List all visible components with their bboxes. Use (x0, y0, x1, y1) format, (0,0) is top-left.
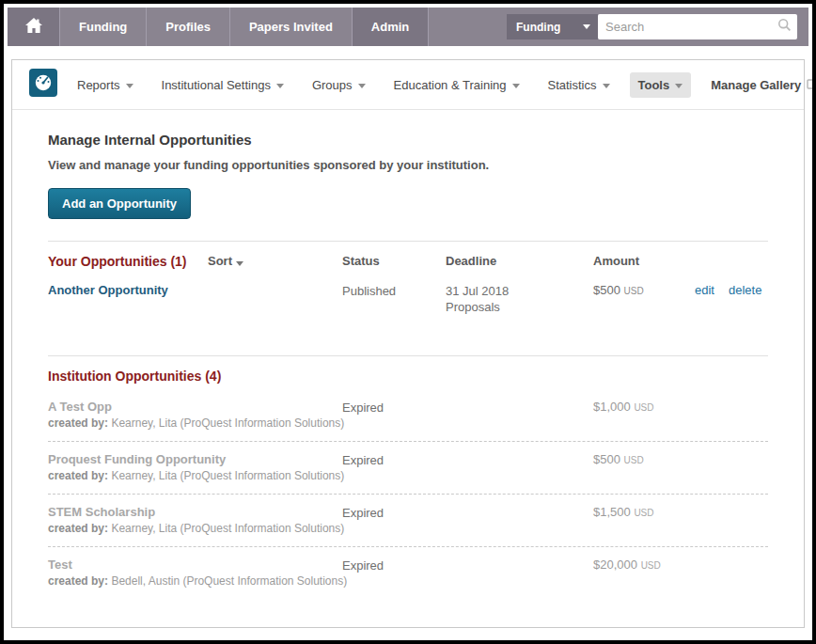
opportunity-row: STEM Scholarship created by: Kearney, Li… (48, 495, 768, 547)
created-by-label: created by: (48, 522, 108, 535)
search-icon[interactable] (777, 18, 792, 36)
created-by-label: created by: (48, 469, 108, 482)
created-by-value: Bedell, Austin (ProQuest Information Sol… (111, 574, 347, 588)
deadline-date: 31 Jul 2018 (446, 283, 593, 299)
add-opportunity-button[interactable]: Add an Opportunity (48, 188, 191, 219)
opportunity-amount: $1,000 USD (593, 400, 695, 414)
amount-currency: USD (624, 455, 644, 465)
opportunity-row: Proquest Funding Opportunity created by:… (48, 442, 768, 495)
institution-opportunities-section: Institution Opportunities (4) A Test Opp… (48, 355, 768, 627)
nav-education-training[interactable]: Education & Training (385, 72, 528, 98)
external-link-icon (807, 77, 816, 92)
tab-papers-invited[interactable]: Papers Invited (230, 8, 353, 46)
nav-reports-label: Reports (77, 78, 120, 92)
institution-opportunities-heading: Institution Opportunities (4) (48, 369, 768, 384)
page-content: Manage Internal Opportunities View and m… (12, 110, 804, 627)
created-by-line: created by: Kearney, Lita (ProQuest Info… (48, 416, 342, 430)
chevron-down-icon (126, 84, 133, 88)
created-by-value: Kearney, Lita (ProQuest Information Solu… (111, 522, 344, 535)
created-by-label: created by: (48, 574, 108, 588)
nav-statistics-label: Statistics (548, 78, 597, 92)
top-nav-bar: Funding Profiles Papers Invited Admin Fu… (8, 8, 808, 46)
page-footer: Support/Help|About Pivot|Privacy|Terms o… (4, 628, 812, 644)
search-input[interactable] (605, 20, 777, 34)
created-by-line: created by: Kearney, Lita (ProQuest Info… (48, 522, 342, 535)
opportunity-status: Expired (342, 558, 446, 573)
opportunity-amount: $20,000 USD (593, 558, 695, 572)
opportunity-amount: $500 USD (593, 283, 695, 297)
amount-currency: USD (641, 560, 661, 571)
page-description: View and manage your funding opportuniti… (48, 158, 768, 172)
opportunity-status: Published (342, 283, 446, 299)
opportunity-amount: $1,500 USD (593, 505, 695, 519)
opportunity-row: Test created by: Bedell, Austin (ProQues… (48, 547, 768, 599)
opportunity-status: Expired (342, 452, 446, 468)
created-by-line: created by: Kearney, Lita (ProQuest Info… (48, 469, 342, 482)
nav-tools[interactable]: Tools (630, 72, 692, 98)
your-opportunities-section: Your Opportunities (1) Sort Status Deadl… (48, 241, 768, 334)
amount-currency: USD (624, 286, 644, 296)
row-actions: edit delete (695, 283, 768, 297)
edit-link[interactable]: edit (695, 283, 714, 297)
chevron-down-icon (583, 24, 590, 29)
dashboard-icon[interactable] (29, 69, 57, 101)
created-by-value: Kearney, Lita (ProQuest Information Solu… (111, 469, 344, 482)
nav-statistics[interactable]: Statistics (540, 72, 619, 98)
tab-admin[interactable]: Admin (353, 8, 429, 46)
opportunity-amount: $500 USD (593, 452, 695, 466)
chevron-down-icon (276, 84, 284, 88)
amount-value: $500 (593, 452, 620, 466)
opportunity-row: Another Opportunity Published 31 Jul 201… (48, 283, 768, 334)
column-header-amount: Amount (593, 254, 695, 268)
home-icon (24, 17, 43, 37)
opportunity-title-link[interactable]: Another Opportunity (48, 283, 342, 297)
search-scope-dropdown[interactable]: Funding (507, 14, 598, 39)
amount-value: $1,000 (593, 400, 631, 414)
home-button[interactable] (8, 8, 60, 46)
delete-link[interactable]: delete (729, 283, 761, 297)
amount-currency: USD (634, 508, 653, 518)
nav-groups[interactable]: Groups (304, 72, 374, 98)
nav-institutional-settings-label: Institutional Settings (162, 78, 271, 92)
chevron-down-icon (512, 84, 520, 88)
amount-currency: USD (634, 402, 653, 413)
opportunity-status: Expired (342, 400, 446, 416)
column-header-deadline: Deadline (446, 254, 593, 268)
main-container: Reports Institutional Settings Groups Ed… (11, 59, 805, 628)
opportunity-title: Proquest Funding Opportunity (48, 452, 342, 466)
column-header-status: Status (342, 254, 446, 268)
amount-value: $500 (593, 283, 620, 297)
opportunity-status: Expired (342, 505, 446, 521)
tab-profiles[interactable]: Profiles (147, 8, 230, 46)
opportunity-title: STEM Scholarship (48, 505, 342, 519)
your-opportunities-header-row: Your Opportunities (1) Sort Status Deadl… (48, 254, 768, 269)
created-by-line: created by: Bedell, Austin (ProQuest Inf… (48, 574, 342, 588)
opportunity-title: Test (48, 558, 342, 572)
opportunity-row: A Test Opp created by: Kearney, Lita (Pr… (48, 389, 768, 442)
chevron-down-icon (603, 84, 610, 88)
deadline-type: Proposals (446, 299, 593, 315)
nav-education-training-label: Education & Training (394, 78, 507, 92)
nav-manage-gallery-label: Manage Gallery (711, 78, 801, 92)
nav-reports[interactable]: Reports (69, 72, 142, 98)
tab-funding[interactable]: Funding (60, 8, 147, 46)
sort-control[interactable]: Sort (208, 254, 342, 268)
created-by-value: Kearney, Lita (ProQuest Information Solu… (111, 416, 344, 430)
page-title: Manage Internal Opportunities (48, 132, 768, 148)
nav-manage-gallery[interactable]: Manage Gallery (702, 71, 816, 98)
search-scope-value: Funding (516, 21, 560, 34)
sort-label: Sort (208, 254, 232, 268)
nav-tools-label: Tools (638, 78, 670, 92)
nav-groups-label: Groups (312, 78, 353, 92)
created-by-label: created by: (48, 416, 108, 430)
app-window: Funding Profiles Papers Invited Admin Fu… (0, 0, 816, 644)
chevron-down-icon (675, 84, 683, 88)
amount-value: $20,000 (593, 558, 637, 572)
chevron-down-icon (358, 84, 366, 88)
amount-value: $1,500 (593, 505, 631, 519)
search-box (598, 14, 797, 39)
chevron-down-icon (236, 261, 243, 266)
opportunity-title: A Test Opp (48, 400, 342, 414)
nav-institutional-settings[interactable]: Institutional Settings (153, 72, 292, 98)
opportunity-deadline: 31 Jul 2018 Proposals (446, 283, 593, 315)
